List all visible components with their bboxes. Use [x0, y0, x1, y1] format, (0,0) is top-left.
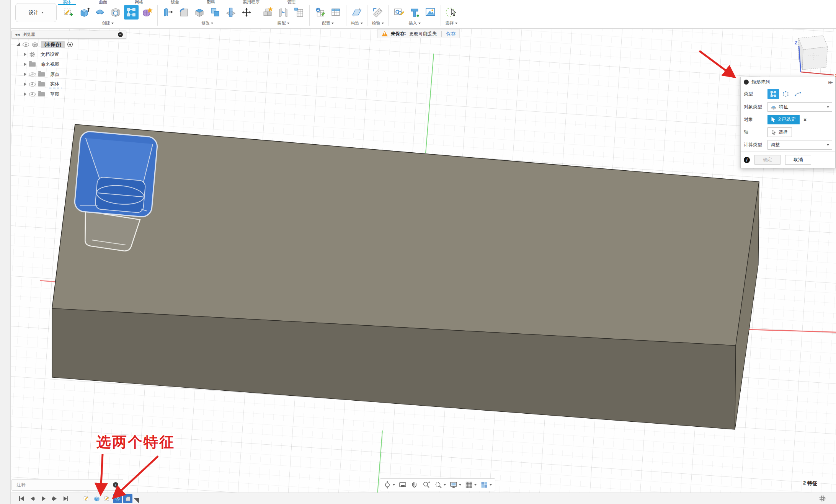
timeline-extrude2-selected[interactable]: [113, 494, 122, 503]
tree-item-label[interactable]: 文档设置: [38, 51, 62, 58]
move-copy-button[interactable]: [239, 5, 254, 20]
group-label-select[interactable]: 选择: [446, 20, 457, 26]
clear-selection-icon[interactable]: ×: [803, 117, 807, 123]
pan-button[interactable]: [410, 481, 419, 489]
configure-button[interactable]: [313, 5, 327, 20]
look-at-button[interactable]: [398, 481, 407, 489]
group-label-configure[interactable]: 配置: [322, 20, 334, 26]
dialog-expand-icon[interactable]: ▶▶: [828, 80, 832, 84]
tab-sheetmetal[interactable]: 钣金: [169, 0, 181, 4]
go-to-end-button[interactable]: [63, 496, 69, 502]
insert-canvas-button[interactable]: [423, 5, 438, 20]
tree-item-label[interactable]: 实体: [47, 80, 62, 88]
parameters-table-button[interactable]: [292, 5, 306, 20]
cancel-button[interactable]: 取消: [785, 155, 811, 165]
go-to-start-button[interactable]: [18, 496, 24, 502]
grid-settings-button[interactable]: [465, 481, 477, 489]
press-pull-button[interactable]: [161, 5, 175, 20]
create-form-button[interactable]: [140, 5, 154, 20]
timeline-settings-gear-icon[interactable]: [819, 495, 826, 502]
collapsed-node-icon[interactable]: [24, 72, 26, 76]
group-label-construct[interactable]: 构造: [351, 20, 363, 26]
zoom-button[interactable]: [422, 481, 431, 489]
collapsed-node-icon[interactable]: [24, 62, 26, 66]
timeline-extrude1[interactable]: [92, 494, 101, 503]
tab-surface[interactable]: 曲面: [97, 0, 109, 4]
tree-item-label[interactable]: 命名视图: [38, 61, 62, 68]
group-label-create[interactable]: 创建: [102, 20, 114, 26]
info-icon[interactable]: i: [744, 157, 750, 163]
timeline-position-marker[interactable]: [134, 498, 139, 503]
visibility-eye-icon[interactable]: [29, 82, 36, 86]
browser-header[interactable]: ◀◀ 浏览器 −: [11, 31, 126, 39]
visibility-eye-icon[interactable]: [23, 42, 29, 47]
create-sketch-button[interactable]: [61, 5, 76, 20]
view-cube[interactable]: Z X: [787, 32, 836, 79]
combine-button[interactable]: [208, 5, 222, 20]
tab-solid[interactable]: 实体: [61, 0, 73, 4]
tree-item-label[interactable]: 草图: [47, 91, 62, 98]
step-forward-button[interactable]: [52, 496, 58, 502]
shell-button[interactable]: [192, 5, 207, 20]
dialog-collapse-icon[interactable]: −: [744, 80, 749, 85]
remove-panel-icon[interactable]: −: [118, 32, 123, 37]
measure-button[interactable]: [371, 5, 385, 20]
add-comment-icon[interactable]: +: [113, 482, 118, 488]
step-back-button[interactable]: [29, 496, 36, 502]
tab-utilities[interactable]: 实用程序: [241, 0, 261, 4]
save-link[interactable]: 保存: [446, 31, 456, 37]
insert-decal-button[interactable]: [392, 5, 406, 20]
rectangular-pattern-button[interactable]: [124, 5, 139, 20]
group-label-assemble[interactable]: 装配: [278, 20, 289, 26]
display-settings-button[interactable]: [449, 481, 461, 489]
timeline-sketch1[interactable]: [82, 494, 91, 503]
fit-button[interactable]: [434, 481, 446, 489]
visibility-eye-off-icon[interactable]: [29, 72, 36, 77]
tree-row-origin[interactable]: 原点: [11, 70, 126, 78]
design-workspace-menu[interactable]: 设计: [15, 3, 57, 22]
tree-row-sketches[interactable]: 草图: [11, 90, 126, 98]
tab-manage[interactable]: 管理: [286, 0, 297, 4]
compute-type-dropdown[interactable]: 调整: [767, 140, 832, 150]
tree-row-bodies[interactable]: 实体: [11, 80, 126, 88]
ok-button[interactable]: 确定: [754, 155, 780, 165]
construction-plane-button[interactable]: [349, 5, 364, 20]
joint-button[interactable]: [276, 5, 291, 20]
tree-item-label[interactable]: 原点: [47, 71, 62, 78]
object-type-dropdown[interactable]: 特征: [767, 102, 832, 112]
collapsed-node-icon[interactable]: [24, 52, 26, 56]
rectangular-type-button[interactable]: [767, 89, 779, 99]
comments-bar[interactable]: 注释 +: [11, 479, 123, 491]
circular-type-button[interactable]: [780, 89, 791, 99]
select-button[interactable]: [444, 5, 459, 20]
document-name[interactable]: (未保存): [41, 41, 65, 48]
visibility-eye-icon[interactable]: [29, 92, 36, 96]
insert-mesh-button[interactable]: [407, 5, 422, 20]
tree-row-document-settings[interactable]: 文档设置: [11, 50, 126, 59]
play-button[interactable]: [41, 496, 47, 502]
revolve-button[interactable]: [93, 5, 107, 20]
new-component-button[interactable]: [260, 5, 275, 20]
configuration-table-button[interactable]: [328, 5, 343, 20]
dialog-header[interactable]: − 矩形阵列 ▶▶: [741, 77, 835, 87]
split-body-button[interactable]: [224, 5, 238, 20]
extrude-button[interactable]: [77, 5, 91, 20]
tab-mesh[interactable]: 网格: [133, 0, 145, 4]
fillet-button[interactable]: [176, 5, 191, 20]
group-label-insert[interactable]: 插入: [409, 20, 421, 26]
collapse-panel-icon[interactable]: ◀◀: [15, 33, 20, 36]
timeline-sketch2[interactable]: [103, 494, 112, 503]
group-label-modify[interactable]: 修改: [201, 20, 213, 26]
view-cube-front-face[interactable]: [802, 47, 828, 70]
hole-button[interactable]: [108, 5, 123, 20]
path-type-button[interactable]: [792, 89, 803, 99]
viewports-button[interactable]: [480, 481, 492, 489]
collapsed-node-icon[interactable]: [24, 92, 26, 96]
tree-row-document-root[interactable]: (未保存): [11, 40, 126, 49]
activate-component-radio[interactable]: [67, 42, 73, 47]
collapsed-node-icon[interactable]: [24, 82, 26, 86]
expanded-node-icon[interactable]: [16, 42, 20, 46]
orbit-button[interactable]: [383, 481, 395, 489]
timeline-fillet-selected[interactable]: [123, 494, 132, 503]
objects-selected-chip[interactable]: 2 已选定: [767, 115, 800, 124]
